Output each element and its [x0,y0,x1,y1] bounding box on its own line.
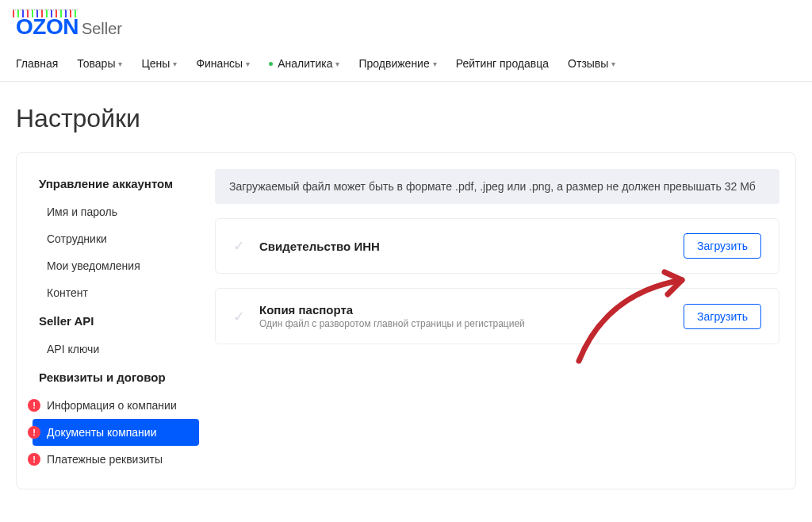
chevron-down-icon: ▾ [433,59,437,68]
sidebar-item-api-keys[interactable]: API ключи [33,336,199,363]
sidebar-section-details: Реквизиты и договор [33,363,199,392]
chevron-down-icon: ▾ [173,59,177,68]
page-title: Настройки [16,104,796,133]
sidebar-section-api: Seller API [33,306,199,336]
check-icon: ✓ [233,308,245,325]
settings-content: Загружаемый файл может быть в формате .p… [215,169,779,473]
nav-seller-rating[interactable]: Рейтинг продавца [456,57,549,70]
upload-button-inn[interactable]: Загрузить [684,233,761,259]
sidebar-item-content[interactable]: Контент [33,279,199,306]
nav-reviews-label: Отзывы [568,57,608,70]
status-dot-icon [269,62,273,66]
nav-products-label: Товары [77,57,115,70]
nav-main[interactable]: Главная [16,57,58,70]
nav-reviews[interactable]: Отзывы ▾ [568,57,615,70]
document-text-area: Свидетельство ИНН [259,240,669,253]
sidebar-item-name-password[interactable]: Имя и пароль [33,198,199,225]
document-title: Свидетельство ИНН [259,240,669,253]
check-icon: ✓ [233,237,245,255]
warning-icon: ! [28,453,40,466]
logo[interactable]: OZON Seller [16,14,122,40]
warning-icon: ! [28,426,40,439]
sidebar-section-account: Управление аккаунтом [33,169,199,198]
chevron-down-icon: ▾ [246,59,250,68]
nav-prices[interactable]: Цены ▾ [141,57,177,70]
upload-notice: Загружаемый файл может быть в формате .p… [215,169,779,204]
header-logo-area: OZON Seller [0,0,812,49]
settings-sidebar: Управление аккаунтом Имя и пароль Сотруд… [33,169,199,473]
logo-decor-lights [13,10,78,17]
sidebar-item-company-info[interactable]: ! Информация о компании [33,392,199,419]
sidebar-item-company-docs[interactable]: ! Документы компании [33,419,199,446]
nav-seller-rating-label: Рейтинг продавца [456,57,549,70]
nav-products[interactable]: Товары ▾ [77,57,122,70]
nav-prices-label: Цены [141,57,170,70]
document-subtitle: Один файл с разворотом главной страницы … [259,318,669,329]
chevron-down-icon: ▾ [118,59,122,68]
nav-finances-label: Финансы [196,57,243,70]
nav-analytics-label: Аналитика [278,57,332,70]
document-text-area: Копия паспорта Один файл с разворотом гл… [259,303,669,329]
document-title: Копия паспорта [259,303,669,317]
nav-promotion[interactable]: Продвижение ▾ [358,57,436,70]
nav-promotion-label: Продвижение [358,57,429,70]
nav-main-label: Главная [16,57,58,70]
top-navigation: Главная Товары ▾ Цены ▾ Финансы ▾ Аналит… [0,49,812,82]
warning-icon: ! [28,399,40,412]
chevron-down-icon: ▾ [335,59,339,68]
document-row-inn: ✓ Свидетельство ИНН Загрузить [215,218,779,274]
page-content: Настройки Управление аккаунтом Имя и пар… [0,82,812,521]
logo-brand: OZON [16,14,79,40]
sidebar-item-payment-details[interactable]: ! Платежные реквизиты [33,446,199,473]
document-row-passport: ✓ Копия паспорта Один файл с разворотом … [215,288,779,344]
nav-analytics[interactable]: Аналитика ▾ [269,57,339,70]
chevron-down-icon: ▾ [611,59,615,68]
nav-finances[interactable]: Финансы ▾ [196,57,250,70]
logo-sub: Seller [82,20,122,38]
settings-panel: Управление аккаунтом Имя и пароль Сотруд… [16,152,796,489]
sidebar-item-notifications[interactable]: Мои уведомления [33,252,199,279]
upload-button-passport[interactable]: Загрузить [684,304,761,329]
sidebar-item-employees[interactable]: Сотрудники [33,225,199,252]
